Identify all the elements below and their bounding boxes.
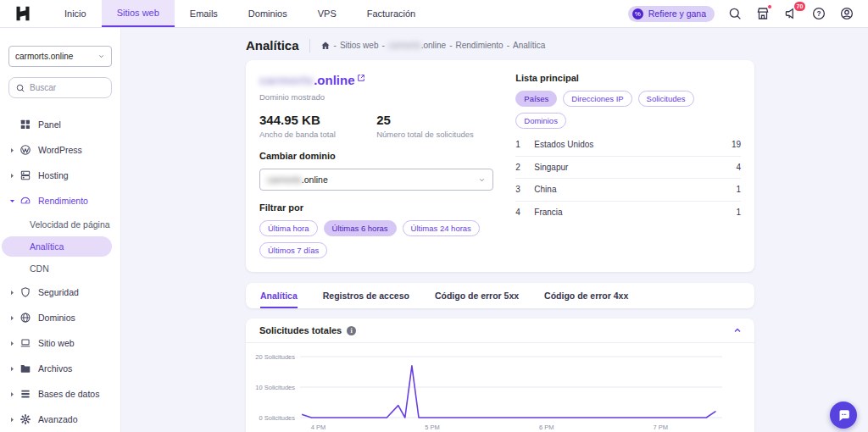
hostinger-logo-icon[interactable] [12,5,34,22]
chat-icon [837,408,851,423]
chevron-right-icon [8,340,16,347]
sidebar-item-rendimiento[interactable]: Rendimiento [0,188,120,213]
sidebar-item-seguridad[interactable]: Seguridad [0,280,120,305]
store-icon[interactable] [755,6,771,21]
filter-chip-last-24-hours[interactable]: Últimas 24 horas [403,220,480,236]
row-value: 4 [736,163,741,172]
total-requests-card: Solicitudes totales i 0 Solicitudes10 So… [246,318,754,432]
row-country: Singapur [534,163,736,172]
domain-selector[interactable]: carmorts.online [8,46,112,67]
breadcrumb-domain-tld[interactable]: .online [421,41,446,50]
breadcrumb-rendimiento[interactable]: Rendimiento [456,41,504,50]
nav-inicio[interactable]: Inicio [49,0,102,27]
search-input[interactable] [30,83,97,92]
tab-analitica[interactable]: Analítica [260,283,298,308]
nav-dominios[interactable]: Dominios [233,0,303,27]
chevron-right-icon [8,416,16,424]
discount-badge-icon: % [632,8,643,19]
breadcrumb-sitios-web[interactable]: Sitios web [340,41,379,50]
toplist-chip-direcciones-ip[interactable]: Direcciones IP [563,91,632,107]
page-title: Analítica [246,38,299,53]
server-icon [19,169,31,181]
row-rank: 4 [515,208,534,217]
breadcrumb-separator: - [381,41,384,50]
svg-text:?: ? [816,10,821,18]
topbar-actions: % Refiere y gana 70 ? [628,6,868,22]
tab-registros-de-acceso[interactable]: Registros de acceso [323,283,409,308]
table-row: 1 Estados Unidos 19 [515,134,741,157]
bandwidth-stat: 344.95 KB Ancho de banda total [259,113,376,139]
filter-chip-last-7-days[interactable]: Últimos 7 días [259,242,327,258]
sidebar-subitem-cdn[interactable]: CDN [0,258,120,280]
home-icon[interactable] [320,41,331,51]
chevron-right-icon [8,365,16,373]
sidebar-item-panel[interactable]: Panel [0,112,120,137]
requests-label: Número total de solicitudes [376,130,493,139]
top-list-panel: Lista principal Países Direcciones IP So… [515,73,741,258]
nav-facturacion[interactable]: Facturación [352,0,431,27]
filter-label: Filtrar por [259,202,493,213]
divider [309,39,310,53]
search-icon[interactable] [727,6,743,21]
sidebar-item-label: Bases de datos [38,389,99,399]
row-value: 1 [736,185,741,194]
sidebar-subitem-velocidad[interactable]: Velocidad de página [0,213,120,235]
row-rank: 3 [515,185,534,194]
refer-and-earn-button[interactable]: % Refiere y gana [628,6,715,22]
external-link-icon[interactable] [357,74,365,82]
chevron-up-icon[interactable] [732,325,743,335]
requests-value: 25 [376,113,493,127]
overview-card: carmorts.online Dominio mostrado 344.95 … [246,60,754,272]
nav-sitios-web[interactable]: Sitios web [102,0,175,27]
sidebar-search[interactable] [8,77,112,98]
chevron-right-icon [8,390,16,398]
info-icon[interactable]: i [347,326,356,335]
sidebar-item-bases-de-datos[interactable]: Bases de datos [0,381,120,407]
profile-icon[interactable] [839,6,854,21]
row-country: China [534,185,736,194]
bandwidth-label: Ancho de banda total [259,130,376,139]
chevron-right-icon [8,147,16,154]
chevron-right-icon [8,314,16,322]
filter-chip-last-6-hours[interactable]: Últimas 6 horas [324,220,397,236]
shield-icon [19,286,31,298]
sidebar-item-archivos[interactable]: Archivos [0,356,120,381]
change-domain-select[interactable]: carmorts.online [259,169,493,191]
gear-icon [19,413,31,425]
svg-text:20 Solicitudes: 20 Solicitudes [255,353,295,361]
grid-icon [19,119,31,130]
row-value: 19 [732,140,741,149]
nav-vps[interactable]: VPS [303,0,352,27]
toplist-chip-solicitudes[interactable]: Solicitudes [638,91,694,107]
tab-error-5xx[interactable]: Código de error 5xx [435,283,519,308]
sidebar-item-wordpress[interactable]: WordPress [0,137,120,163]
store-notification-dot [767,4,772,9]
sidebar-item-avanzado[interactable]: Avanzado [0,407,120,432]
select-domain-masked: carmorts [267,174,302,185]
sidebar-item-dominios[interactable]: Dominios [0,305,120,330]
help-icon[interactable]: ? [811,6,826,21]
breadcrumb-domain-masked[interactable]: carmorts [388,41,421,50]
row-country: Estados Unidos [534,140,732,149]
breadcrumb-analitica: Analítica [513,41,545,50]
time-filter-chips: Última hora Últimas 6 horas Últimas 24 h… [259,220,493,258]
toplist-chip-dominios[interactable]: Dominios [515,113,566,129]
select-domain-tld: .online [302,174,328,185]
sidebar-item-label: WordPress [38,145,82,155]
table-row: 4 Francia 1 [515,202,741,224]
sidebar-item-hosting[interactable]: Hosting [0,163,120,188]
sidebar-menu: Panel WordPress Hosting Rendimiento Velo… [0,112,120,432]
overview-domain-panel: carmorts.online Dominio mostrado 344.95 … [259,73,493,258]
tab-error-4xx[interactable]: Código de error 4xx [544,283,628,308]
chat-widget-button[interactable] [830,402,857,429]
requests-stat: 25 Número total de solicitudes [376,113,493,139]
announcements-icon[interactable]: 70 [783,6,798,21]
row-value: 1 [736,208,741,217]
sidebar-item-sitio-web[interactable]: Sitio web [0,330,120,356]
nav-emails[interactable]: Emails [175,0,233,27]
sidebar: carmorts.online Panel WordPress Hosting … [0,28,121,432]
sidebar-subitem-analitica[interactable]: Analítica [2,236,112,257]
toplist-chip-paises[interactable]: Países [515,91,557,107]
filter-chip-last-hour[interactable]: Última hora [259,220,318,236]
svg-text:4 PM: 4 PM [311,424,326,431]
